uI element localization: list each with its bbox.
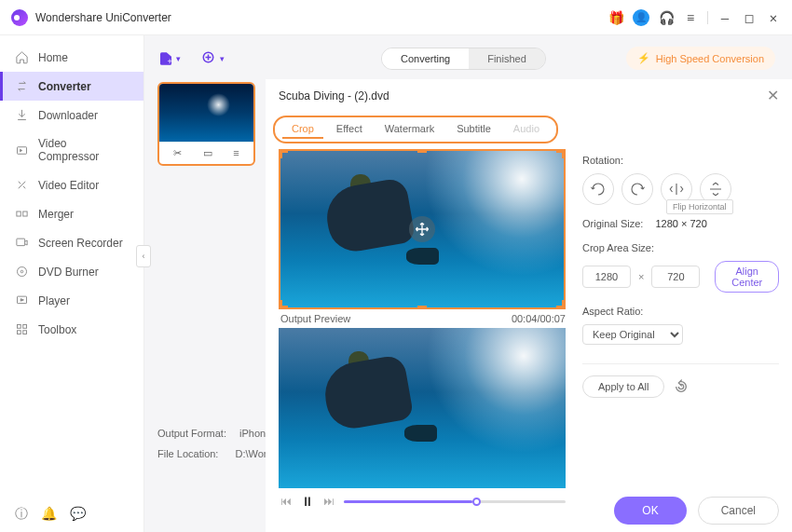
crop-height-input[interactable] xyxy=(651,266,700,288)
original-size-label: Original Size: xyxy=(582,218,643,229)
crop-editor-panel: Scuba Diving - (2).dvd ✕ Crop Effect Wat… xyxy=(266,79,792,532)
sidebar-item-converter[interactable]: Converter xyxy=(0,72,143,101)
flip-tooltip: Flip Horizontal xyxy=(666,199,733,214)
tab-crop[interactable]: Crop xyxy=(282,120,323,139)
player-icon xyxy=(15,293,29,307)
sidebar-item-label: Downloader xyxy=(38,109,98,122)
status-segment: Converting Finished xyxy=(381,48,546,70)
svg-rect-7 xyxy=(18,325,21,329)
file-card[interactable]: ✂ ▭ ≡ xyxy=(157,82,255,166)
tab-subtitle[interactable]: Subtitle xyxy=(447,120,500,139)
sidebar-item-compressor[interactable]: Video Compressor xyxy=(0,130,143,171)
file-location-label: File Location: xyxy=(157,448,218,459)
feedback-icon[interactable]: 💬 xyxy=(70,506,86,523)
crop-preview[interactable] xyxy=(279,149,566,309)
tab-effect[interactable]: Effect xyxy=(327,120,372,139)
editor-icon xyxy=(15,178,29,192)
pause-button[interactable]: ⏸ xyxy=(301,494,314,509)
close-button[interactable]: ✕ xyxy=(766,10,781,25)
aspect-ratio-select[interactable]: Keep Original xyxy=(582,324,683,345)
svg-point-4 xyxy=(18,267,27,277)
seek-track[interactable] xyxy=(344,500,566,503)
dvd-icon xyxy=(15,265,29,279)
sidebar-item-merger[interactable]: Merger xyxy=(0,199,143,228)
output-preview xyxy=(279,328,566,488)
playbar: ⏮ ⏸ ⏭ xyxy=(279,488,567,514)
svg-rect-3 xyxy=(17,239,25,246)
apply-to-all-button[interactable]: Apply to All xyxy=(582,375,664,398)
user-icon[interactable]: 👤 xyxy=(633,9,649,26)
menu-icon[interactable]: ≡ xyxy=(683,10,698,25)
ok-button[interactable]: OK xyxy=(614,497,686,525)
prev-frame-button[interactable]: ⏮ xyxy=(280,495,292,508)
sidebar-item-label: Merger xyxy=(38,208,74,221)
output-preview-label: Output Preview xyxy=(280,313,350,324)
cancel-button[interactable]: Cancel xyxy=(698,497,779,525)
rotate-right-button[interactable] xyxy=(621,173,653,205)
merge-icon xyxy=(15,207,29,221)
high-speed-badge[interactable]: ⚡High Speed Conversion xyxy=(626,47,775,70)
add-folder-button[interactable]: ▾ xyxy=(201,50,225,67)
sidebar-item-home[interactable]: Home xyxy=(0,43,143,72)
time-display: 00:04/00:07 xyxy=(512,313,566,324)
maximize-button[interactable]: □ xyxy=(742,10,757,25)
minimize-button[interactable]: — xyxy=(717,10,732,25)
lightning-icon: ⚡ xyxy=(637,52,650,64)
sidebar-item-label: Converter xyxy=(38,80,91,93)
output-format-label: Output Format: xyxy=(157,428,226,439)
recorder-icon xyxy=(15,236,29,250)
crop-icon[interactable]: ▭ xyxy=(203,147,212,159)
crop-width-input[interactable] xyxy=(582,266,631,288)
sidebar-item-label: Home xyxy=(38,51,68,64)
add-file-button[interactable]: +▾ xyxy=(157,50,181,67)
sidebar: Home Converter Downloader Video Compress… xyxy=(0,35,144,532)
multiply-label: × xyxy=(638,271,644,282)
svg-rect-9 xyxy=(18,331,21,334)
download-icon xyxy=(15,108,29,122)
sidebar-item-dvd[interactable]: DVD Burner xyxy=(0,257,143,286)
divider xyxy=(582,363,779,364)
trim-icon[interactable]: ✂ xyxy=(173,147,182,159)
sidebar-item-downloader[interactable]: Downloader xyxy=(0,101,143,130)
sidebar-item-label: Screen Recorder xyxy=(38,237,123,250)
svg-rect-10 xyxy=(23,331,27,334)
seg-converting[interactable]: Converting xyxy=(382,48,469,69)
sidebar-item-label: Player xyxy=(38,294,70,307)
rotation-label: Rotation: xyxy=(582,155,779,166)
tab-audio[interactable]: Audio xyxy=(504,120,549,139)
seg-finished[interactable]: Finished xyxy=(469,48,545,69)
sidebar-item-player[interactable]: Player xyxy=(0,286,143,315)
help-icon[interactable]: ⓘ xyxy=(15,506,28,523)
sidebar-item-label: Video Editor xyxy=(38,179,99,192)
sidebar-item-toolbox[interactable]: Toolbox xyxy=(0,315,143,344)
support-icon[interactable]: 🎧 xyxy=(659,10,674,25)
more-icon[interactable]: ≡ xyxy=(233,147,239,159)
tab-watermark[interactable]: Watermark xyxy=(376,120,444,139)
next-frame-button[interactable]: ⏭ xyxy=(323,495,335,508)
reset-icon[interactable] xyxy=(674,379,689,394)
move-icon[interactable] xyxy=(409,216,435,242)
sidebar-item-label: Toolbox xyxy=(38,323,76,336)
divider xyxy=(707,11,708,24)
titlebar: Wondershare UniConverter 🎁 👤 🎧 ≡ — □ ✕ xyxy=(0,0,792,35)
sidebar-item-label: Video Compressor xyxy=(38,137,129,163)
crop-area-label: Crop Area Size: xyxy=(582,242,779,253)
sidebar-item-label: DVD Burner xyxy=(38,266,99,279)
toolbox-icon xyxy=(15,322,29,336)
editor-title: Scuba Diving - (2).dvd xyxy=(279,89,767,102)
editor-tabs: Crop Effect Watermark Subtitle Audio xyxy=(273,116,558,143)
video-thumbnail xyxy=(159,84,253,142)
app-title: Wondershare UniConverter xyxy=(35,11,608,24)
rotate-left-button[interactable] xyxy=(582,173,614,205)
svg-point-5 xyxy=(20,270,23,273)
gift-icon[interactable]: 🎁 xyxy=(608,10,623,25)
aspect-ratio-label: Aspect Ratio: xyxy=(582,306,779,317)
home-icon xyxy=(15,50,29,64)
app-logo xyxy=(11,9,28,26)
original-size-value: 1280 × 720 xyxy=(655,218,706,229)
bell-icon[interactable]: 🔔 xyxy=(41,506,57,523)
sidebar-item-recorder[interactable]: Screen Recorder xyxy=(0,228,143,257)
sidebar-item-editor[interactable]: Video Editor xyxy=(0,171,143,199)
align-center-button[interactable]: Align Center xyxy=(715,261,779,293)
close-editor-button[interactable]: ✕ xyxy=(767,87,779,104)
